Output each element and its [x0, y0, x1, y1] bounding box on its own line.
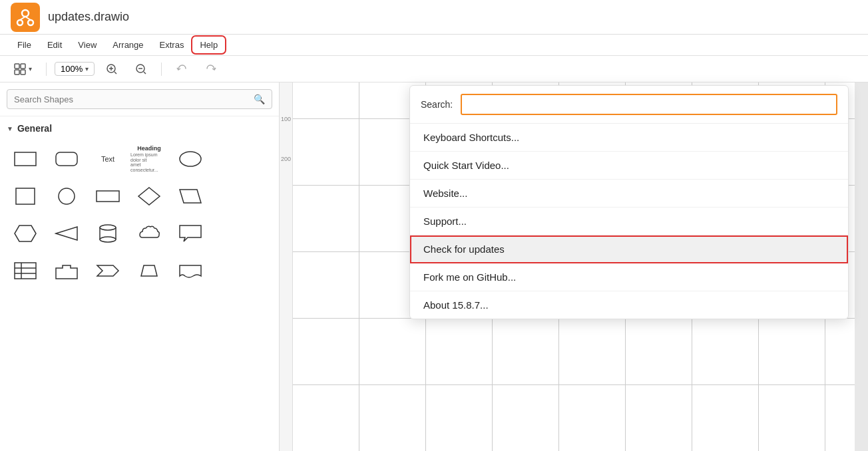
- search-shapes-field[interactable]: 🔍: [7, 89, 272, 109]
- help-item-check-updates[interactable]: Check for updates: [410, 235, 848, 263]
- shape-square[interactable]: [7, 180, 44, 212]
- section-chevron: ▼: [7, 125, 13, 132]
- ruler-left: 100 200: [280, 82, 293, 451]
- shape-hexagon[interactable]: [7, 218, 44, 249]
- menu-help[interactable]: Help: [193, 37, 224, 53]
- layout-dropdown-arrow: ▾: [29, 65, 32, 73]
- help-search-input[interactable]: [461, 94, 837, 115]
- help-item-support[interactable]: Support...: [410, 208, 848, 235]
- svg-marker-23: [180, 190, 201, 203]
- svg-point-29: [100, 237, 116, 242]
- svg-rect-19: [16, 188, 35, 204]
- help-item-website[interactable]: Website...: [410, 180, 848, 208]
- svg-point-26: [100, 225, 116, 230]
- shapes-row-3: [7, 215, 272, 252]
- undo-button[interactable]: [170, 60, 194, 78]
- shape-tab[interactable]: [48, 255, 85, 287]
- zoom-value: 100%: [61, 64, 83, 74]
- svg-rect-6: [21, 64, 25, 69]
- shape-wave[interactable]: [172, 255, 209, 287]
- svg-line-4: [25, 17, 31, 20]
- shape-cloud[interactable]: [130, 218, 168, 249]
- zoom-out-button[interactable]: [129, 60, 153, 78]
- zoom-in-button[interactable]: [100, 60, 124, 78]
- zoom-out-icon: [135, 63, 147, 75]
- left-panel: 🔍 ▼ General Text: [0, 82, 280, 451]
- help-item-about[interactable]: About 15.8.7...: [410, 291, 848, 319]
- shape-callout[interactable]: [172, 218, 209, 249]
- menu-extras[interactable]: Extras: [153, 37, 191, 53]
- menu-file[interactable]: File: [11, 37, 38, 53]
- zoom-level-button[interactable]: 100% ▾: [55, 62, 95, 76]
- shape-diamond[interactable]: [130, 180, 168, 212]
- app-logo: [11, 3, 40, 32]
- menu-arrange[interactable]: Arrange: [106, 37, 150, 53]
- menu-bar: File Edit View Arrange Extras Help: [0, 35, 868, 56]
- ruler-label-200: 200: [281, 156, 291, 162]
- section-label: General: [17, 123, 52, 134]
- svg-line-15: [144, 72, 146, 74]
- shape-ellipse[interactable]: [172, 143, 209, 175]
- svg-point-1: [17, 20, 23, 25]
- help-item-fork-github[interactable]: Fork me on GitHub...: [410, 263, 848, 291]
- help-dropdown: Search: Keyboard Shortcuts... Quick Star…: [409, 85, 849, 319]
- undo-icon: [176, 63, 188, 75]
- menu-edit[interactable]: Edit: [41, 37, 69, 53]
- shapes-row-1: Text Heading Lorem ipsum dolor sitamet c…: [7, 140, 272, 178]
- shape-heading[interactable]: Heading Lorem ipsum dolor sitamet consec…: [130, 143, 168, 175]
- app-title: updates.drawio: [48, 10, 129, 24]
- svg-rect-21: [97, 191, 119, 202]
- svg-point-0: [22, 10, 29, 17]
- toolbar: ▾ 100% ▾: [0, 56, 868, 82]
- svg-line-3: [20, 17, 25, 20]
- shape-trapezoid[interactable]: [130, 255, 168, 287]
- shape-table[interactable]: [7, 255, 44, 287]
- svg-rect-7: [15, 70, 19, 75]
- shape-cylinder[interactable]: [89, 218, 126, 249]
- menu-view[interactable]: View: [71, 37, 103, 53]
- help-search-row: Search:: [410, 86, 848, 124]
- help-search-label: Search:: [421, 99, 453, 110]
- help-item-quick-start[interactable]: Quick Start Video...: [410, 152, 848, 180]
- svg-marker-24: [15, 226, 36, 241]
- svg-rect-17: [56, 152, 77, 166]
- search-shapes-input[interactable]: [14, 94, 250, 104]
- shape-parallelogram[interactable]: [172, 180, 209, 212]
- search-shapes-container: 🔍: [0, 82, 279, 116]
- title-bar: updates.drawio: [0, 0, 868, 35]
- svg-marker-25: [56, 227, 77, 240]
- redo-button[interactable]: [199, 60, 223, 78]
- toolbar-separator-1: [46, 63, 47, 76]
- zoom-in-icon: [106, 63, 118, 75]
- svg-marker-34: [97, 265, 118, 276]
- svg-rect-16: [15, 152, 36, 166]
- svg-point-18: [180, 152, 201, 166]
- help-item-keyboard-shortcuts[interactable]: Keyboard Shortcuts...: [410, 124, 848, 152]
- layout-icon: [14, 63, 26, 75]
- svg-rect-30: [15, 263, 36, 279]
- shape-arrow[interactable]: [89, 255, 126, 287]
- shape-rectangle[interactable]: [7, 143, 44, 175]
- shape-triangle[interactable]: [48, 218, 85, 249]
- shape-text[interactable]: Text: [89, 143, 126, 175]
- shape-circle[interactable]: [48, 180, 85, 212]
- zoom-dropdown-arrow: ▾: [85, 65, 89, 73]
- ruler-label-100: 100: [281, 116, 291, 122]
- svg-marker-22: [138, 188, 160, 205]
- svg-marker-35: [141, 265, 157, 276]
- svg-point-2: [28, 20, 33, 25]
- shape-rounded-rectangle[interactable]: [48, 143, 85, 175]
- svg-rect-5: [15, 64, 19, 69]
- redo-icon: [205, 63, 217, 75]
- shapes-row-4: [7, 252, 272, 289]
- shapes-row-2: [7, 178, 272, 215]
- shape-process[interactable]: [89, 180, 126, 212]
- svg-line-12: [114, 72, 116, 74]
- svg-rect-8: [21, 70, 25, 75]
- svg-point-20: [59, 188, 75, 204]
- layout-button[interactable]: ▾: [8, 60, 38, 78]
- general-section-header[interactable]: ▼ General: [7, 123, 272, 134]
- shapes-section: ▼ General Text Heading: [0, 116, 279, 289]
- toolbar-separator-2: [161, 63, 162, 76]
- search-icon: 🔍: [254, 94, 265, 104]
